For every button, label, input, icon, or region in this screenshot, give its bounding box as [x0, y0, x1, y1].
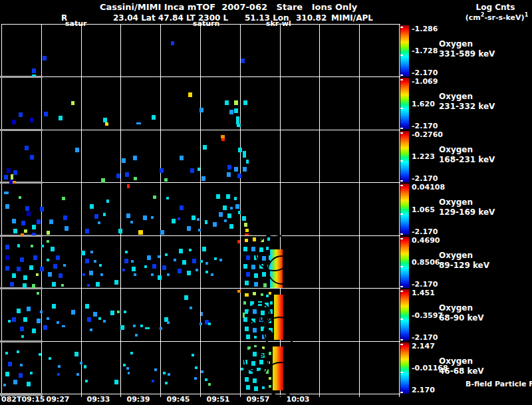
data-point — [263, 283, 267, 287]
data-point — [143, 215, 147, 220]
data-point — [32, 284, 35, 288]
data-point — [49, 357, 51, 360]
time-axis-label: 09:45 — [166, 395, 190, 404]
data-point — [93, 312, 97, 317]
data-point — [261, 293, 263, 296]
data-point — [229, 110, 233, 114]
data-point — [132, 267, 136, 271]
data-point — [246, 160, 249, 164]
data-point — [13, 181, 16, 184]
data-point — [134, 177, 137, 180]
colorbar — [400, 237, 409, 288]
grid-line-horizontal — [1, 76, 400, 77]
axis-tick — [200, 394, 201, 397]
grid-line-horizontal — [1, 235, 400, 236]
axis-tick — [240, 394, 241, 397]
data-point — [269, 292, 271, 295]
data-point — [224, 219, 227, 222]
data-point — [180, 156, 184, 160]
data-point — [152, 264, 156, 269]
data-point — [205, 271, 208, 273]
data-point — [52, 282, 56, 287]
data-point — [120, 325, 124, 330]
data-point — [82, 273, 85, 276]
data-point — [208, 383, 211, 386]
data-point — [10, 282, 14, 287]
data-point — [201, 312, 203, 316]
energy-label-line: Oxygen — [439, 198, 495, 207]
data-point — [200, 108, 203, 112]
data-point — [214, 257, 217, 260]
data-point — [51, 247, 55, 251]
data-point — [243, 247, 247, 251]
grid-line-vertical — [240, 24, 241, 395]
data-point — [23, 283, 27, 288]
data-point — [98, 317, 101, 320]
data-point — [153, 196, 156, 199]
data-point — [237, 174, 241, 178]
data-point — [227, 213, 231, 218]
data-point — [32, 74, 36, 76]
energy-label-line: 89-129 keV — [439, 261, 489, 271]
data-point — [241, 368, 243, 370]
data-point — [58, 365, 61, 368]
data-point — [172, 219, 176, 223]
data-point — [90, 251, 93, 253]
data-point — [145, 327, 150, 329]
data-point — [187, 226, 191, 231]
data-point — [63, 215, 67, 220]
data-point — [114, 280, 118, 285]
data-point — [27, 382, 31, 386]
data-point — [243, 313, 245, 318]
data-point — [270, 301, 273, 305]
colorbar-tick — [400, 180, 403, 182]
data-point — [3, 384, 6, 386]
data-point — [110, 311, 114, 315]
data-point — [182, 260, 186, 265]
data-point — [152, 380, 154, 382]
data-point — [151, 273, 154, 276]
energy-label: Oxygen46-68 keV — [439, 356, 484, 376]
grid-line-horizontal — [1, 182, 400, 183]
data-point — [202, 247, 206, 251]
data-point — [201, 176, 205, 181]
data-point — [167, 273, 170, 276]
data-point — [147, 255, 151, 260]
energy-label-line: Oxygen — [439, 92, 495, 102]
data-point — [238, 211, 241, 214]
data-point — [243, 151, 246, 158]
data-point — [89, 271, 93, 275]
data-point — [188, 92, 192, 97]
data-point — [21, 221, 25, 225]
data-point — [164, 178, 168, 182]
data-point — [246, 272, 250, 277]
data-point — [163, 372, 166, 374]
data-point — [179, 249, 183, 253]
data-point — [17, 244, 20, 247]
data-point — [90, 329, 92, 331]
energy-label-line: Oxygen — [439, 39, 495, 49]
data-point — [237, 240, 240, 243]
grid-line-vertical — [399, 24, 400, 395]
data-point — [90, 204, 94, 209]
data-point — [166, 197, 169, 200]
data-point — [25, 206, 29, 211]
data-point — [230, 207, 233, 209]
data-point — [245, 293, 249, 297]
colorbar-tick-label: 2.147 — [412, 342, 435, 350]
data-point — [85, 304, 89, 309]
colorbar-tick — [400, 233, 403, 235]
data-point — [37, 292, 39, 295]
data-point — [20, 327, 24, 331]
energy-label-line: Oxygen — [439, 356, 484, 366]
colorbar-tick — [400, 79, 403, 80]
colorbar-tick — [400, 344, 403, 345]
data-point — [17, 350, 19, 353]
data-point — [117, 311, 120, 313]
time-axis-label: 09:39 — [126, 395, 150, 404]
data-point — [87, 317, 91, 322]
data-point — [165, 253, 168, 256]
data-point — [178, 269, 182, 273]
colorbar-tick-label: 0.4690 — [412, 236, 440, 245]
data-point — [122, 158, 126, 163]
